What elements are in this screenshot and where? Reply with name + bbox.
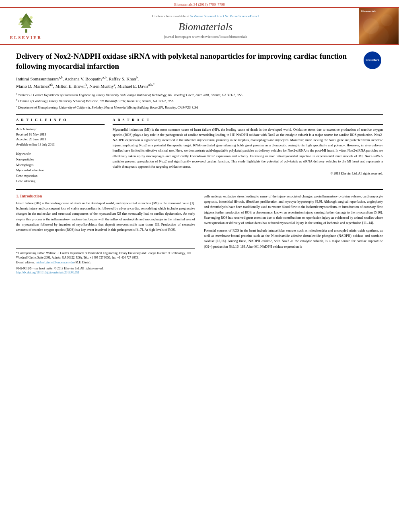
keywords-section: Keywords: Nanoparticles Macrophages Myoc… [16,152,105,184]
info-rule [16,124,105,125]
abstract-col: A B S T R A C T Myocardial infarction (M… [113,118,383,184]
copyright: © 2013 Elsevier Ltd. All rights reserved… [113,172,383,175]
abstract-heading: A B S T R A C T [113,118,383,122]
journal-center: Contents lists available at SciVerse Sci… [52,8,359,44]
sciverse-link[interactable]: SciVerse ScienceDirect [190,14,224,18]
keyword-5: Gene silencing [16,179,105,184]
elsevier-tree-icon [14,12,38,33]
intro-heading: 1. Introduction [16,194,195,198]
history-label: Article history: [16,127,105,131]
accepted-date: Accepted 26 June 2013 [16,137,105,142]
journal-reference: Biomaterials 34 (2013) 7790–7798 [0,0,399,7]
abstract-text: Myocardial infarction (MI) is the most c… [113,127,383,169]
doi-link[interactable]: http://dx.doi.org/10.1016/j.biomaterials… [16,271,195,274]
journal-homepage: journal homepage: www.elsevier.com/locat… [164,35,247,39]
keyword-1: Nanoparticles [16,157,105,162]
contents-line: Contents lists available at SciVerse Sci… [152,14,259,18]
footnote-corresponding: * Corresponding author. Wallace H. Coult… [16,251,195,260]
available-date: Available online 13 July 2013 [16,142,105,148]
footnotes: * Corresponding author. Wallace H. Coult… [16,249,195,274]
journal-ref-text: Biomaterials 34 (2013) 7790–7798 [174,2,225,6]
affiliation-a: a Wallace H. Coulter Department of Biome… [16,92,383,98]
footnote-email: E-mail address: michael.davis@bme.emory.… [16,260,195,265]
keyword-3: Myocardial infarction [16,168,105,173]
journal-cover: Biomaterials [359,8,399,44]
article-title: Delivery of Nox2-NADPH oxidase siRNA wit… [16,51,383,71]
keyword-4: Gene expression [16,173,105,179]
svg-rect-0 [25,29,27,33]
intro-paragraph-2: cells undergo oxidative stress leading t… [204,194,383,249]
crossmark-icon: CrossMark [364,51,381,69]
body-two-col: 1. Introduction Heart failure (HF) is th… [16,194,383,274]
journal-name: Biomaterials [179,21,232,33]
email-link[interactable]: michael.davis@bme.emory.edu [36,261,74,264]
abstract-rule [113,124,383,125]
svg-point-4 [19,18,23,21]
affiliation-b: b Division of Cardiology, Emory Universi… [16,98,383,104]
issn-line: 0142-9612/$ – see front matter © 2013 El… [16,266,195,271]
keywords-label: Keywords: [16,152,105,156]
affiliation-c: c Department of Bioengineering, Universi… [16,104,383,110]
info-abstract-section: A R T I C L E I N F O Article history: R… [16,118,383,184]
elsevier-brand: ELSEVIER [10,35,42,40]
intro-paragraph-1: Heart failure (HF) is the leading cause … [16,201,195,232]
authors-line: Inthirai Somasuntharama,b, Archana V. Bo… [16,75,383,89]
cover-image: Biomaterials [359,8,399,44]
body-left-col: 1. Introduction Heart failure (HF) is th… [16,194,195,274]
article-info-heading: A R T I C L E I N F O [16,118,105,122]
crossmark-badge[interactable]: CrossMark [364,51,383,71]
sciverse-link-text[interactable]: SciVerse ScienceDirect [225,14,259,18]
page: Biomaterials 34 (2013) 7790–7798 ELSEVIE… [0,0,399,532]
body-right-col: cells undergo oxidative stress leading t… [204,194,383,274]
elsevier-logo: ELSEVIER [0,8,52,44]
body-section: 1. Introduction Heart failure (HF) is th… [16,189,383,274]
article-content: Delivery of Nox2-NADPH oxidase siRNA wit… [0,51,399,274]
divider-1 [16,114,383,115]
affiliations: a Wallace H. Coulter Department of Biome… [16,92,383,110]
svg-point-8 [381,14,393,26]
journal-header: ELSEVIER Contents lists available at Sci… [0,7,399,45]
keyword-2: Macrophages [16,162,105,168]
received-date: Received 16 May 2013 [16,132,105,138]
article-info-col: A R T I C L E I N F O Article history: R… [16,118,105,184]
title-text: Delivery of Nox2-NADPH oxidase siRNA wit… [16,52,347,70]
svg-point-5 [30,16,33,19]
svg-point-6 [18,23,20,25]
